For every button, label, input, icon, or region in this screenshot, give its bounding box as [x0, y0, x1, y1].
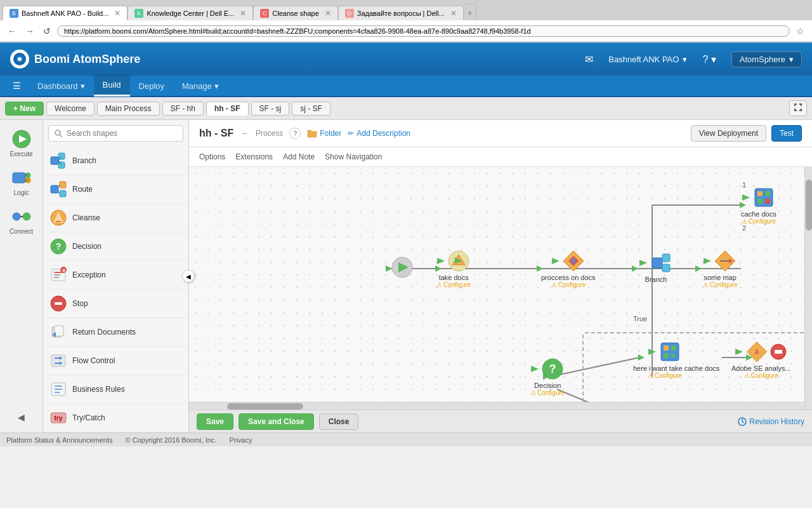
nav-menu-btn[interactable]: ☰	[10, 79, 23, 92]
svg-marker-100	[648, 349, 656, 355]
tab-close-1[interactable]: ✕	[240, 9, 246, 18]
help-btn[interactable]: ? ▾	[697, 51, 721, 68]
tab-close-0[interactable]: ✕	[114, 9, 121, 18]
search-input[interactable]	[48, 125, 183, 142]
svg-rect-19	[60, 182, 66, 188]
process-canvas-wrapper: hh - SF – Process ? Folder ✏ Add Descrip…	[189, 120, 812, 432]
shape-branch[interactable]: Branch	[43, 147, 188, 175]
refresh-btn[interactable]: ↺	[41, 25, 53, 37]
sidebar-collapse-btn[interactable]: ◀	[15, 407, 27, 427]
shape-return-docs[interactable]: Return Documents	[43, 318, 188, 347]
canvas-scrollbar-v[interactable]	[804, 167, 812, 410]
shape-flow-control[interactable]: Flow Control	[43, 347, 188, 375]
address-input[interactable]	[57, 25, 790, 37]
options-btn[interactable]: Options	[199, 150, 225, 164]
shape-exception-label: Exception	[72, 271, 106, 279]
shape-cleanse[interactable]: Cleanse	[43, 204, 188, 232]
adobe-se-config[interactable]: Configure	[744, 372, 778, 379]
node-adobe-se[interactable]: A Adobe SE analys... Configure	[731, 340, 791, 379]
tab-sf-sj[interactable]: SF - sj	[251, 102, 290, 116]
env-dropdown[interactable]: AtomSphere ▾	[731, 51, 802, 67]
node-decision[interactable]: ? Decision Configure	[530, 358, 565, 396]
browser-chrome: B Bashneft ANK PAO - Build... ✕ K Knowle…	[0, 0, 812, 43]
tab-sf-hh[interactable]: SF - hh	[162, 102, 204, 116]
tab-sj-sf[interactable]: sj - SF	[292, 102, 331, 116]
node-some-map[interactable]: some map Configure	[703, 250, 737, 288]
nav-dashboard[interactable]: Dashboard ▾	[29, 75, 94, 97]
here-cache-config[interactable]: Configure	[648, 372, 682, 379]
test-btn[interactable]: Test	[771, 125, 802, 142]
node-take-docs[interactable]: take docs Configure	[436, 250, 471, 288]
privacy[interactable]: Privacy	[229, 436, 252, 444]
sidebar-connect[interactable]: Connect	[3, 203, 41, 239]
node-here-cache[interactable]: here i want take cache docs Configure	[633, 340, 697, 379]
show-navigation-btn[interactable]: Show Navigation	[325, 150, 382, 164]
browser-tab-3[interactable]: D Задавайте вопросы | Dell... ✕	[338, 6, 464, 20]
tab-hh-sf[interactable]: hh - SF	[206, 102, 249, 116]
shape-flow-control-label: Flow Control	[72, 356, 115, 365]
add-note-btn[interactable]: Add Note	[283, 150, 315, 164]
process-docs-config[interactable]: Configure	[551, 281, 586, 288]
revision-history-label: Revision History	[749, 417, 804, 426]
process-canvas[interactable]: 1 2 True False	[189, 167, 812, 410]
forward-btn[interactable]: →	[23, 25, 37, 37]
stop-attached-icon	[769, 343, 787, 361]
shape-try-catch[interactable]: try Try/Catch	[43, 404, 188, 432]
env-dropdown-icon: ▾	[789, 55, 794, 64]
scrollbar-thumb-v[interactable]	[806, 180, 812, 231]
browser-tab-2[interactable]: C Cleanse shape ✕	[253, 6, 337, 20]
shape-stop-label: Stop	[72, 299, 88, 308]
browser-tab-0[interactable]: B Bashneft ANK PAO - Build... ✕	[3, 6, 128, 20]
take-docs-config[interactable]: Configure	[436, 281, 471, 288]
sidebar-execute[interactable]: Execute	[3, 125, 41, 161]
shape-stop[interactable]: Stop	[43, 290, 188, 318]
view-deployment-btn[interactable]: View Deployment	[691, 125, 766, 142]
expand-btn[interactable]	[789, 100, 807, 116]
revision-history-link[interactable]: Revision History	[738, 417, 804, 426]
tab-label-3: Задавайте вопросы | Dell...	[357, 10, 445, 17]
shape-cleanse-label: Cleanse	[72, 213, 100, 222]
some-map-config[interactable]: Configure	[703, 281, 737, 288]
tab-favicon-2: C	[260, 9, 269, 18]
node-branch[interactable]: Branch	[639, 251, 672, 283]
tab-main-process[interactable]: Main Process	[97, 102, 160, 116]
close-btn[interactable]: Close	[319, 413, 359, 430]
nav-deploy[interactable]: Deploy	[130, 75, 173, 97]
add-description-link[interactable]: ✏ Add Description	[348, 129, 410, 138]
user-menu[interactable]: Bashneft ANK PAO ▾	[608, 55, 687, 64]
save-close-btn[interactable]: Save and Close	[239, 413, 314, 430]
nav-build[interactable]: Build	[94, 75, 130, 97]
canvas-scrollbar-h[interactable]	[189, 402, 804, 410]
tab-welcome[interactable]: Welcome	[46, 102, 95, 116]
bookmark-btn[interactable]: ☆	[794, 25, 807, 37]
process-help-btn[interactable]: ?	[289, 128, 301, 139]
nav-manage[interactable]: Manage ▾	[173, 75, 228, 97]
shape-business-rules[interactable]: Business Rules	[43, 375, 188, 404]
tab-close-2[interactable]: ✕	[325, 9, 331, 18]
tab-close-3[interactable]: ✕	[450, 9, 457, 18]
save-btn[interactable]: Save	[197, 413, 233, 430]
node-process-on-docs[interactable]: proccess on docs Configure	[541, 250, 596, 288]
platform-status[interactable]: Platform Status & Announcements	[6, 436, 113, 444]
node-cache-docs[interactable]: cache docs Configure	[741, 186, 776, 225]
cache-docs-config[interactable]: Configure	[742, 218, 776, 225]
mail-icon-btn[interactable]: ✉	[580, 51, 598, 68]
take-docs-label: take docs	[439, 274, 469, 281]
shape-route-label: Route	[72, 185, 93, 194]
shape-decision[interactable]: ? Decision	[43, 232, 188, 261]
new-tab-btn[interactable]: + New	[5, 102, 44, 116]
shape-exception[interactable]: ✕ Exception	[43, 261, 188, 290]
logic-icon	[11, 168, 32, 188]
folder-link[interactable]: Folder	[307, 128, 341, 138]
start-node[interactable]	[391, 256, 414, 281]
collapse-shapes-btn[interactable]: ◀	[182, 270, 195, 283]
extensions-btn[interactable]: Extensions	[235, 150, 273, 164]
browser-tab-1[interactable]: K Knowledge Center | Dell E... ✕	[128, 6, 253, 20]
sidebar-logic[interactable]: Logic	[3, 164, 41, 200]
back-btn[interactable]: ←	[5, 25, 19, 37]
shape-route[interactable]: Route	[43, 175, 188, 204]
svg-rect-31	[54, 277, 59, 278]
scrollbar-thumb-h[interactable]	[227, 403, 303, 410]
new-tab-btn[interactable]: +	[464, 4, 476, 20]
decision-config[interactable]: Configure	[530, 389, 565, 396]
